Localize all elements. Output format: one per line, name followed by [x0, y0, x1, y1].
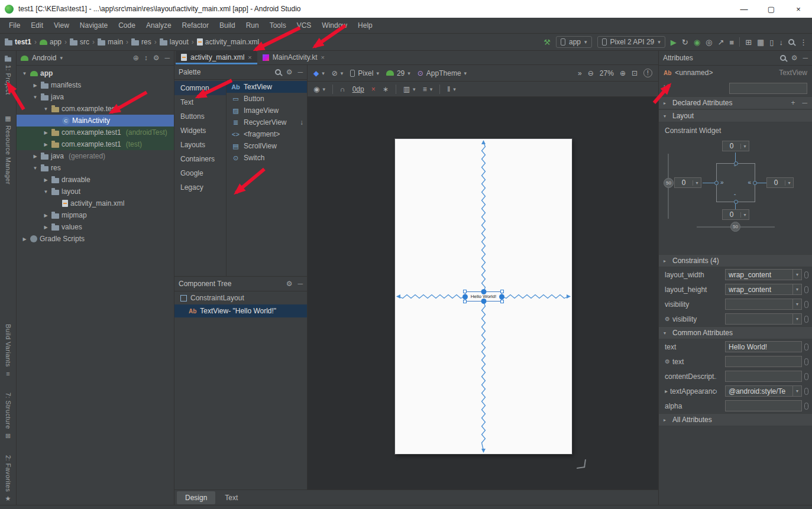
palette-item-button[interactable]: ▭ Button	[227, 93, 307, 105]
tree-item-gradle-scripts[interactable]: ▶ Gradle Scripts	[17, 233, 174, 245]
hide-panel-icon[interactable]: ─	[164, 54, 170, 62]
palette-item-scrollview[interactable]: ▤ ScrollView	[227, 140, 307, 152]
clear-constraints-icon[interactable]: ×	[371, 85, 376, 93]
menu-tools[interactable]: Tools	[264, 19, 292, 32]
section-layout[interactable]: ▾ Layout	[659, 109, 812, 122]
anchor-left[interactable]	[714, 181, 719, 185]
tree-item-layout[interactable]: ▼ layout	[17, 186, 174, 197]
device-screen[interactable]: Hello World!	[395, 139, 572, 454]
design-canvas[interactable]: Hello World!	[308, 97, 658, 489]
breadcrumb-src[interactable]: src	[70, 38, 89, 46]
anchor-bottom[interactable]	[734, 200, 738, 204]
tree-item-res[interactable]: ▼ res	[17, 162, 174, 174]
gear-icon[interactable]: ⚙	[153, 54, 160, 62]
menu-vcs[interactable]: VCS	[292, 19, 317, 32]
gear-icon[interactable]: ⚙	[286, 280, 293, 288]
maximize-button[interactable]: ▢	[758, 0, 785, 18]
palette-category-buttons[interactable]: Buttons	[174, 109, 226, 124]
resize-handle[interactable]	[463, 300, 467, 303]
menu-refactor[interactable]: Refactor	[177, 19, 214, 32]
menu-view[interactable]: View	[48, 19, 75, 32]
text-input[interactable]: Hello World!	[725, 341, 802, 352]
tab-mainactivity-kt[interactable]: MainActivity.kt ×	[257, 50, 330, 64]
margin-right-select[interactable]: 0▾	[766, 177, 794, 188]
id-input[interactable]	[729, 83, 807, 94]
tree-item-package-test[interactable]: ▶ com.example.test1 (test)	[17, 138, 174, 150]
resource-ring-icon[interactable]	[804, 343, 808, 351]
design-mode-tab[interactable]: Design	[177, 491, 215, 504]
margin-bottom-select[interactable]: 0▾	[722, 209, 749, 220]
text-mode-tab[interactable]: Text	[216, 491, 246, 504]
section-declared-attributes[interactable]: ▸ Declared Attributes + ─	[659, 96, 812, 109]
orientation-select[interactable]: ⊘▾	[332, 69, 344, 77]
layout-inspector-icon[interactable]: ▦	[757, 38, 764, 47]
layout-height-select[interactable]: wrap_content▾	[725, 284, 802, 295]
menu-code[interactable]: Code	[113, 19, 141, 32]
view-options-select[interactable]: ◉▾	[313, 85, 325, 93]
constraint-widget-box[interactable]: » « ˇ ˆ	[716, 163, 755, 202]
expander-icon[interactable]: ▶	[32, 83, 38, 88]
minimize-button[interactable]: —	[730, 0, 758, 18]
visibility-select[interactable]: ▾	[725, 299, 802, 310]
breadcrumb-project[interactable]: test1	[5, 38, 31, 46]
expander-icon[interactable]: ▶	[43, 213, 49, 218]
resource-ring-icon[interactable]	[804, 388, 808, 395]
apply-changes-icon[interactable]: ↻	[682, 38, 688, 47]
search-icon[interactable]	[275, 69, 281, 75]
anchor-top[interactable]	[734, 161, 738, 166]
zoom-fit-icon[interactable]: ⊡	[632, 69, 638, 77]
overflow-chevrons-icon[interactable]: »	[578, 69, 582, 77]
zoom-out-icon[interactable]: ⊖	[588, 69, 594, 77]
menu-edit[interactable]: Edit	[25, 19, 48, 32]
section-common-attributes[interactable]: ▾ Common Attributes	[659, 326, 812, 339]
expander-icon[interactable]: ▶	[32, 154, 38, 159]
resize-handle[interactable]	[463, 290, 467, 293]
tool-window-favorites[interactable]: 2: Favorites ★	[5, 455, 12, 502]
hide-panel-icon[interactable]: ─	[803, 54, 808, 62]
search-everywhere-icon[interactable]	[788, 39, 794, 45]
device-picker[interactable]: Pixel▾	[350, 69, 379, 77]
tool-window-project[interactable]: 1: Project	[4, 56, 12, 95]
sync-project-icon[interactable]: ⊞	[745, 38, 752, 47]
menu-file[interactable]: File	[4, 19, 25, 32]
debug-icon[interactable]: ◉	[694, 38, 700, 47]
tree-item-package-androidtest[interactable]: ▶ com.example.test1 (androidTest)	[17, 127, 174, 138]
palette-item-recyclerview[interactable]: ≣ RecyclerView ↓	[227, 116, 307, 128]
tools-visibility-select[interactable]: ▾	[725, 313, 802, 325]
horizontal-bias-handle[interactable]: 50	[730, 222, 740, 232]
sdk-manager-icon[interactable]: ↓	[779, 38, 784, 47]
selected-textview-widget[interactable]: Hello World!	[465, 291, 502, 301]
zoom-in-icon[interactable]: ⊕	[620, 69, 626, 77]
breadcrumb-file[interactable]: activity_main.xml	[197, 38, 259, 46]
tab-activity-main-xml[interactable]: activity_main.xml ×	[176, 50, 257, 64]
tree-item-drawable[interactable]: ▶ drawable	[17, 174, 174, 186]
constraint-anchor-right[interactable]	[499, 294, 504, 299]
menu-build[interactable]: Build	[214, 19, 241, 32]
tool-window-structure[interactable]: 7: Structure ⊞	[5, 393, 12, 440]
design-surface-select[interactable]: ◆▾	[313, 69, 325, 77]
hide-panel-icon[interactable]: ─	[297, 280, 303, 288]
expander-icon[interactable]: ▶	[43, 177, 49, 183]
resize-handle[interactable]	[500, 290, 504, 293]
pack-select[interactable]: ▥▾	[403, 85, 416, 93]
palette-item-textview[interactable]: Ab TextView	[227, 81, 307, 93]
more-icon[interactable]: ⋮	[800, 38, 807, 47]
canvas-resize-handle[interactable]	[577, 459, 586, 469]
expand-collapse-icon[interactable]: ↕	[144, 54, 148, 62]
tree-item-mainactivity[interactable]: C MainActivity	[17, 115, 174, 127]
menu-analyze[interactable]: Analyze	[141, 19, 177, 32]
tool-window-build-variants[interactable]: Build Variants ≡	[5, 324, 12, 377]
default-margin-select[interactable]: 0dp	[352, 85, 364, 93]
resource-ring-icon[interactable]	[804, 373, 808, 380]
text-appearance-select[interactable]: @android:style/Te▾	[725, 385, 802, 397]
vertical-bias-handle[interactable]: 50	[664, 178, 674, 188]
tree-item-activity-main-xml[interactable]: activity_main.xml	[17, 197, 174, 209]
palette-category-common[interactable]: Common	[174, 81, 226, 95]
palette-category-layouts[interactable]: Layouts	[174, 138, 226, 152]
expander-icon[interactable]: ▼	[32, 95, 38, 100]
breadcrumb-res[interactable]: res	[131, 38, 151, 46]
run-button[interactable]: ▶	[671, 38, 677, 47]
expander-icon[interactable]: ▼	[43, 106, 49, 112]
tools-text-input[interactable]	[725, 356, 802, 367]
alpha-input[interactable]	[725, 400, 802, 411]
